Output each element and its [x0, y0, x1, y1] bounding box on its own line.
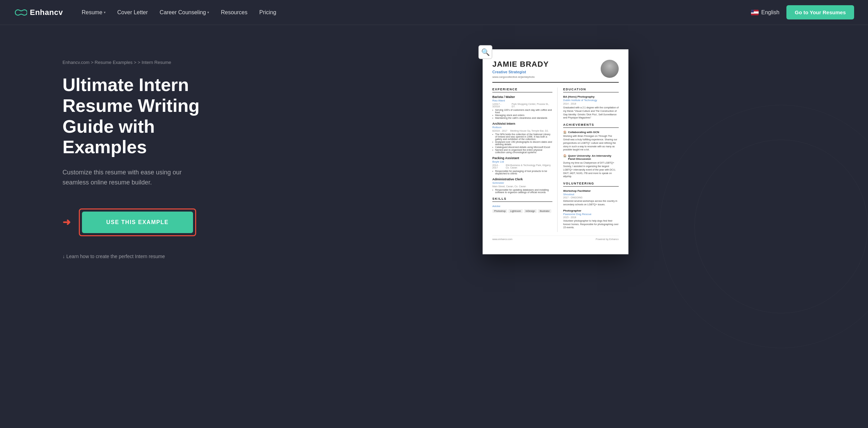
flag-us-icon	[751, 10, 759, 15]
nav-right: English Go to Your Resumes	[751, 5, 854, 19]
experience-section-title: EXPERIENCE	[492, 88, 552, 92]
skill-tags: Photoshop Lightroom InDesign Illustrator	[492, 209, 552, 213]
subtitle: Customize this resume with ease using ou…	[62, 167, 208, 188]
nav-resources[interactable]: Resources	[216, 7, 252, 18]
resume-preview-container: 🔍 JAMIE BRADY Creative Strategist www.ca…	[483, 49, 628, 254]
main-content: Enhancv.com > Resume Examples > > Intern…	[0, 25, 868, 428]
volunteer-photographer: Photographer Pawsome Dog Rescue 2015 - 2…	[563, 209, 619, 229]
achievements-section-title: ACHIEVEMENTS	[563, 123, 619, 128]
skills-section: Adobe Photoshop Lightroom InDesign Illus…	[492, 205, 552, 213]
chevron-down-icon: ▾	[207, 10, 209, 14]
achievement-queer: Queer University: An Intervarsity Panel …	[563, 154, 619, 178]
job-admin: Administrative Clerk Schmeier Main Stree…	[492, 178, 552, 194]
logo[interactable]: Enhancv	[14, 8, 63, 17]
volunteer-workshop: Workshop Facilitator Shoutout 2017 - ONG…	[563, 189, 619, 206]
job-barista: Barista / Waiter Rau-Ward 1/2017 - 3/201…	[492, 95, 552, 119]
resume-website: www.cargocollective.ie/jamiephoto	[492, 75, 549, 79]
use-this-example-button[interactable]: USE THIS EXAMPLE	[82, 212, 193, 233]
avatar-image	[601, 60, 619, 78]
arrow-icon: ➜	[62, 216, 70, 228]
page-title: Ultimate Intern Resume Writing Guide wit…	[62, 75, 243, 158]
volunteering-section-title: VOLUNTEERING	[563, 182, 619, 187]
resume-body: EXPERIENCE Barista / Waiter Rau-Ward 1/2…	[492, 88, 619, 232]
resume-right-column: EDUCATION BA (Hons) Photography Dublin I…	[563, 88, 619, 232]
resume-job-title: Creative Strategist	[492, 70, 549, 74]
go-to-resumes-button[interactable]: Go to Your Resumes	[786, 5, 854, 19]
nav-resume[interactable]: Resume ▾	[77, 7, 110, 18]
nav-cover-letter[interactable]: Cover Letter	[112, 7, 153, 18]
job-packing: Packing Assistant Boyle Ltd 2014 - 2017 …	[492, 156, 552, 175]
avatar	[601, 60, 619, 78]
right-panel: 🔍 JAMIE BRADY Creative Strategist www.ca…	[271, 46, 840, 254]
breadcrumb: Enhancv.com > Resume Examples > > Intern…	[62, 60, 243, 65]
resume-left-column: EXPERIENCE Barista / Waiter Rau-Ward 1/2…	[492, 88, 558, 232]
logo-text: Enhancv	[30, 8, 63, 17]
resume-footer: www.enhancv.com Powered by Enhancv	[492, 236, 619, 240]
resume-name: JAMIE BRADY	[492, 60, 549, 69]
chevron-down-icon: ▾	[104, 10, 106, 14]
resume-name-block: JAMIE BRADY Creative Strategist www.carg…	[492, 60, 549, 79]
achievement-gcn: Collaborating with GCN Working with Bria…	[563, 131, 619, 151]
education-section-title: EDUCATION	[563, 88, 619, 92]
resume-paper: JAMIE BRADY Creative Strategist www.carg…	[483, 49, 628, 254]
navbar: Enhancv Resume ▾ Cover Letter Career Cou…	[0, 0, 868, 25]
nav-career-counseling[interactable]: Career Counseling ▾	[155, 7, 214, 18]
cta-box: USE THIS EXAMPLE	[79, 208, 196, 236]
skills-section-title: SKILLS	[492, 197, 552, 202]
education-block: BA (Hons) Photography Dublin Institute o…	[563, 95, 619, 120]
job-archivist: Archivist Intern Rollson 8/2016 - 2017 M…	[492, 122, 552, 154]
language-selector[interactable]: English	[751, 9, 779, 16]
nav-links: Resume ▾ Cover Letter Career Counseling …	[77, 7, 751, 18]
resume-header: JAMIE BRADY Creative Strategist www.carg…	[492, 60, 619, 83]
zoom-button[interactable]: 🔍	[478, 45, 492, 59]
learn-more-link[interactable]: Learn how to create the perfect Intern r…	[62, 254, 243, 259]
cta-area: ➜ USE THIS EXAMPLE	[62, 208, 243, 236]
logo-icon	[14, 8, 27, 17]
nav-pricing[interactable]: Pricing	[254, 7, 281, 18]
left-panel: Enhancv.com > Resume Examples > > Intern…	[62, 46, 243, 259]
